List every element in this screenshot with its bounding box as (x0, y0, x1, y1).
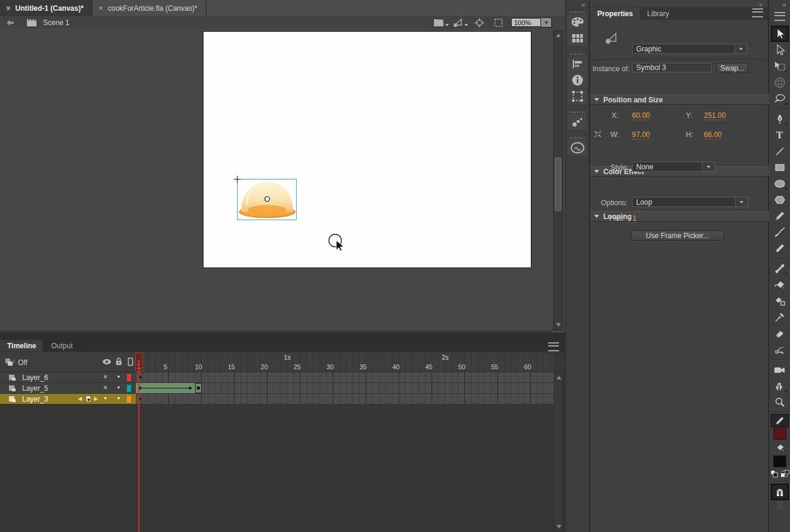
clip-content-icon[interactable] (492, 17, 505, 28)
layer-frames[interactable] (136, 383, 554, 393)
swatches-panel-icon[interactable] (567, 31, 587, 46)
section-collapse-icon[interactable] (594, 98, 599, 101)
pen-tool[interactable] (771, 111, 789, 127)
layer-lock-toggle[interactable]: • (114, 383, 123, 393)
chevron-down-icon[interactable] (445, 24, 449, 26)
layer-name[interactable]: Layer_6 (22, 373, 48, 382)
pencil-tool[interactable] (771, 208, 789, 224)
looping-options-dropdown[interactable]: Loop (632, 197, 748, 207)
next-keyframe-icon[interactable]: ▶ (94, 394, 98, 404)
dock-grip[interactable] (570, 111, 585, 113)
x-value[interactable]: 60.00 (632, 111, 650, 120)
dock-grip[interactable] (570, 137, 585, 139)
zoom-level-select[interactable]: 100% (511, 18, 541, 27)
collapse-panel-icon[interactable]: » (759, 1, 763, 8)
scroll-down-arrow[interactable] (556, 323, 561, 327)
layer-hidden-toggle[interactable]: × (101, 383, 110, 393)
expand-panel-icon[interactable]: » (769, 0, 790, 10)
close-icon[interactable]: × (99, 4, 104, 12)
collapse-panels-icon[interactable]: « (566, 0, 589, 10)
stage-horizontal-scrollbar[interactable] (0, 331, 552, 333)
color-panel-icon[interactable] (567, 14, 587, 30)
asset-warp-tool[interactable] (771, 341, 789, 357)
scrollbar-thumb[interactable] (555, 157, 561, 211)
section-position-size[interactable]: Position and Size (590, 95, 782, 105)
timeline-ruler[interactable]: 1510152025303540455055601s2s (136, 352, 554, 372)
tab-output[interactable]: Output (44, 340, 80, 351)
subselection-tool[interactable] (771, 42, 789, 58)
hand-tool[interactable] (771, 378, 789, 394)
layer-row[interactable]: Layer_6 × • (0, 372, 554, 383)
scroll-up-arrow[interactable] (557, 376, 561, 379)
oval-tool[interactable] (771, 175, 789, 191)
transform-point-icon[interactable] (264, 196, 271, 202)
layer-color-chip[interactable] (127, 385, 131, 392)
prev-keyframe-icon[interactable]: ◀ (78, 394, 82, 404)
scene-breadcrumb[interactable]: Scene 1 (43, 19, 69, 27)
rectangle-tool[interactable] (771, 159, 789, 175)
layer-name[interactable]: Layer_3 (22, 395, 48, 403)
stage-vertical-scrollbar[interactable] (553, 30, 563, 330)
camera-tool[interactable] (771, 361, 789, 378)
eraser-tool[interactable] (771, 325, 789, 341)
stage-canvas[interactable] (203, 31, 531, 268)
fill-color-button[interactable] (771, 440, 789, 455)
fill-color-swatch[interactable] (773, 455, 786, 467)
stroke-color-button[interactable] (771, 414, 789, 427)
paint-brush-tool[interactable] (771, 224, 789, 240)
edit-symbol-icon[interactable] (451, 17, 464, 28)
chevron-down-icon[interactable] (734, 44, 747, 53)
parenting-toggle-label[interactable]: Off (18, 358, 28, 367)
edit-scene-icon[interactable] (432, 17, 445, 28)
outline-view-icon[interactable] (127, 357, 133, 366)
scroll-down-arrow[interactable] (557, 525, 561, 528)
swap-button[interactable]: Swap... (716, 63, 748, 73)
center-frame-icon[interactable] (473, 17, 486, 28)
chevron-down-icon[interactable] (735, 197, 748, 206)
tab-properties[interactable]: Properties (590, 8, 640, 20)
stroke-color-swatch[interactable] (773, 428, 786, 440)
w-value[interactable]: 97.00 (632, 130, 650, 139)
y-value[interactable]: 251.00 (704, 111, 726, 120)
tab-library[interactable]: Library (640, 8, 676, 20)
layer-name[interactable]: Layer_5 (22, 384, 48, 393)
dock-grip[interactable] (570, 53, 585, 55)
section-collapse-icon[interactable] (594, 215, 599, 218)
chevron-down-icon[interactable] (702, 162, 715, 171)
eye-icon[interactable] (102, 358, 111, 365)
transform-panel-icon[interactable] (567, 89, 587, 104)
snap-to-objects-toggle[interactable] (771, 484, 789, 500)
color-style-dropdown[interactable]: None (632, 162, 715, 172)
bone-tool[interactable] (771, 260, 789, 276)
close-icon[interactable]: × (6, 4, 11, 12)
selection-tool[interactable] (771, 26, 789, 42)
classic-brush-tool[interactable] (771, 240, 789, 256)
back-arrow-icon[interactable] (4, 17, 17, 28)
insert-keyframe-icon[interactable] (86, 396, 91, 402)
h-value[interactable]: 66.00 (704, 130, 722, 139)
polystar-tool[interactable] (771, 191, 789, 208)
text-tool[interactable]: T (771, 127, 789, 143)
info-panel-icon[interactable] (567, 72, 587, 88)
use-frame-picker-button[interactable]: Use Frame Picker... (631, 230, 724, 241)
layer-hidden-toggle[interactable]: • (101, 394, 110, 404)
tools-menu-icon[interactable] (774, 12, 785, 21)
motion-presets-panel-icon[interactable] (567, 114, 587, 130)
layer-frames[interactable] (136, 372, 554, 382)
layer-color-chip[interactable] (127, 374, 131, 381)
symbol-type-dropdown[interactable]: Graphic (632, 44, 748, 54)
zoom-dropdown-button[interactable] (541, 17, 552, 28)
properties-menu-icon[interactable] (752, 8, 763, 17)
layer-hidden-toggle[interactable]: × (101, 372, 110, 382)
instance-name-field[interactable]: Symbol 3 (632, 63, 712, 72)
tab-timeline[interactable]: Timeline (0, 340, 44, 351)
zoom-tool[interactable] (771, 394, 789, 410)
free-transform-tool[interactable] (771, 58, 789, 74)
layer-row[interactable]: Layer_5 × • (0, 383, 554, 394)
lock-icon[interactable] (115, 357, 123, 366)
stage-pasteboard[interactable] (0, 29, 565, 333)
doc-tab-untitled[interactable]: × Untitled-1 (Canvas)* (0, 0, 93, 16)
layer-row-selected[interactable]: Layer_3 ◀ ▶ • • (0, 394, 554, 405)
doc-tab-cookforarticle[interactable]: × cookForArticle.fla (Canvas)* (93, 0, 206, 16)
chevron-down-icon[interactable] (464, 24, 468, 26)
